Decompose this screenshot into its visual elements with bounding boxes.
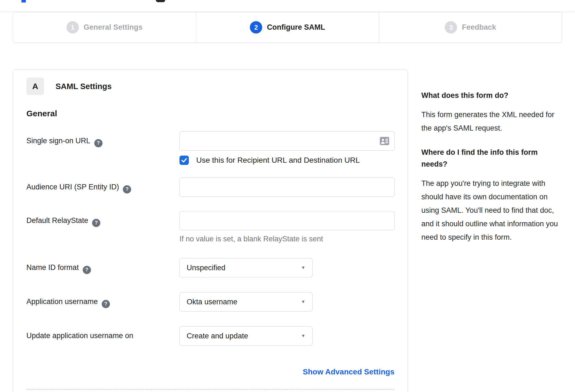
contact-card-icon[interactable] (380, 137, 389, 145)
app-username-select[interactable]: Okta username ▼ (179, 292, 313, 311)
help-heading-what: What does this form do? (421, 90, 562, 101)
step-1-label: General Settings (84, 23, 143, 32)
step-2-circle: 2 (250, 21, 262, 34)
section-a-badge: A (26, 78, 44, 95)
general-section-title: General (26, 109, 394, 118)
panel-title: SAML Settings (56, 82, 112, 91)
name-id-format-value: Unspecified (187, 264, 225, 272)
field-row-update-username: Update application username on Create an… (26, 326, 394, 346)
field-row-sso-url: Single sign-on URL? (26, 131, 394, 165)
recipient-url-checkbox[interactable] (179, 156, 189, 165)
field-row-app-username: Application username? Okta username ▼ (26, 292, 394, 311)
relay-state-label: Default RelayState (26, 216, 88, 225)
update-username-value: Create and update (187, 332, 248, 340)
step-3-circle: 3 (445, 21, 457, 34)
step-general-settings[interactable]: 1 General Settings (13, 12, 196, 43)
step-3-label: Feedback (462, 23, 496, 32)
advanced-settings-row: Show Advanced Settings (26, 368, 394, 376)
cutoff-dark-icon-fragment (156, 0, 165, 2)
show-advanced-settings-link[interactable]: Show Advanced Settings (303, 368, 394, 376)
audience-uri-label: Audience URI (SP Entity ID) (26, 183, 119, 191)
sso-url-help-icon[interactable]: ? (94, 139, 103, 147)
panel-header: A SAML Settings (26, 78, 394, 95)
recipient-url-checkbox-label: Use this for Recipient URL and Destinati… (196, 156, 360, 165)
step-2-label: Configure SAML (267, 23, 325, 32)
relay-state-help-icon[interactable]: ? (92, 219, 100, 227)
chevron-down-icon: ▼ (301, 265, 305, 270)
relay-state-hint: If no value is set, a blank RelayState i… (179, 235, 395, 243)
help-sidebar: What does this form do? This form genera… (421, 90, 562, 244)
update-username-label: Update application username on (26, 332, 133, 340)
page: 1 General Settings 2 Configure SAML 3 Fe… (0, 0, 575, 392)
sso-url-label: Single sign-on URL (26, 137, 90, 145)
update-username-select[interactable]: Create and update ▼ (179, 326, 313, 346)
app-username-help-icon[interactable]: ? (102, 300, 110, 308)
step-feedback[interactable]: 3 Feedback (379, 12, 562, 43)
chevron-down-icon: ▼ (301, 333, 305, 338)
sso-url-input[interactable] (179, 131, 395, 151)
step-1-circle: 1 (67, 21, 79, 34)
name-id-format-select[interactable]: Unspecified ▼ (179, 258, 313, 277)
help-para-where: The app you're trying to integrate with … (421, 177, 562, 244)
audience-uri-input[interactable] (179, 178, 395, 197)
field-row-name-id-format: Name ID format? Unspecified ▼ (26, 258, 394, 277)
help-heading-where: Where do I find the info this form needs… (421, 147, 562, 170)
app-username-value: Okta username (187, 298, 237, 306)
step-configure-saml[interactable]: 2 Configure SAML (196, 12, 379, 43)
section-divider (26, 389, 394, 390)
help-para-what: This form generates the XML needed for t… (421, 108, 562, 135)
field-row-relay-state: Default RelayState? If no value is set, … (26, 211, 394, 243)
audience-uri-help-icon[interactable]: ? (123, 185, 131, 194)
field-row-audience-uri: Audience URI (SP Entity ID)? (26, 178, 394, 197)
recipient-url-checkbox-row: Use this for Recipient URL and Destinati… (179, 156, 395, 165)
wizard-stepper: 1 General Settings 2 Configure SAML 3 Fe… (13, 12, 562, 43)
saml-settings-panel: A SAML Settings General Single sign-on U… (13, 70, 408, 392)
relay-state-input[interactable] (179, 211, 395, 230)
name-id-format-help-icon[interactable]: ? (83, 266, 91, 274)
app-username-label: Application username (26, 297, 98, 306)
chevron-down-icon: ▼ (301, 299, 305, 304)
name-id-format-label: Name ID format (26, 263, 79, 272)
cutoff-blue-fragment (21, 0, 26, 2)
